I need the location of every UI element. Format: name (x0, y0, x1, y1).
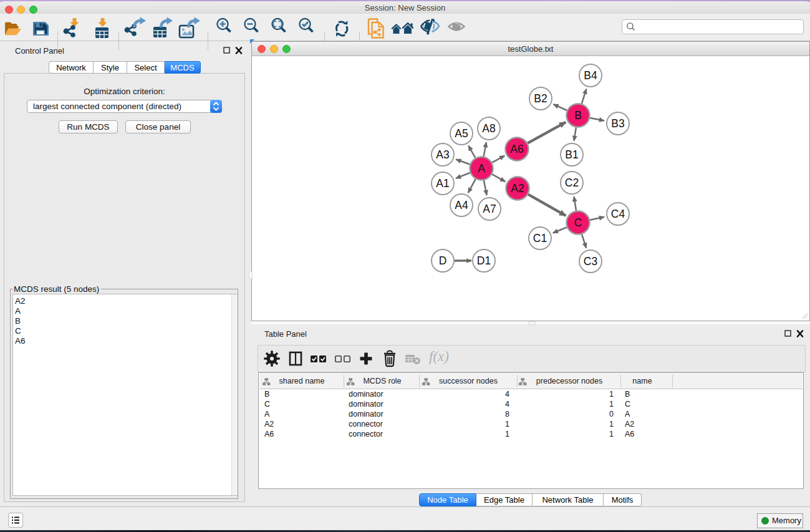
svg-text:D: D (438, 254, 446, 267)
svg-text:A5: A5 (455, 127, 468, 140)
svg-text:C1: C1 (533, 232, 546, 244)
svg-text:B: B (574, 109, 582, 122)
svg-text:C2: C2 (564, 177, 578, 189)
svg-text:C3: C3 (583, 255, 597, 268)
svg-text:A3: A3 (436, 148, 449, 161)
svg-text:A2: A2 (511, 182, 524, 195)
svg-text:C: C (574, 216, 582, 229)
svg-text:D1: D1 (476, 254, 490, 267)
svg-text:B4: B4 (584, 69, 597, 82)
svg-text:A6: A6 (510, 143, 523, 155)
svg-text:A8: A8 (482, 122, 495, 135)
svg-text:A1: A1 (436, 177, 449, 190)
svg-text:B3: B3 (611, 117, 624, 130)
svg-text:A4: A4 (455, 199, 468, 211)
svg-text:A: A (478, 162, 485, 175)
svg-text:A7: A7 (483, 203, 496, 215)
svg-text:B2: B2 (534, 92, 547, 105)
svg-text:B1: B1 (565, 148, 578, 161)
svg-text:C4: C4 (610, 208, 625, 220)
